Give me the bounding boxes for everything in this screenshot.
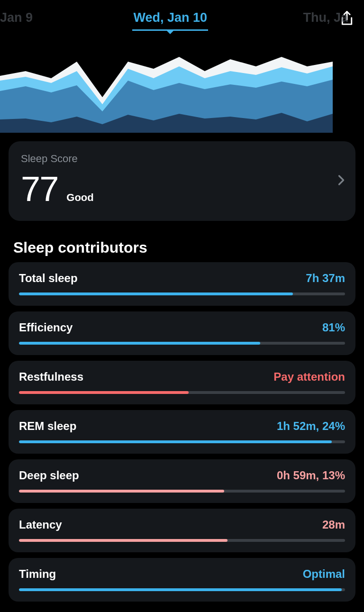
progress-track	[19, 391, 345, 394]
progress-fill	[19, 539, 228, 542]
contributor-row[interactable]: RestfulnessPay attention	[9, 361, 355, 404]
contributor-name: Efficiency	[19, 321, 73, 334]
score-value: 77	[21, 172, 58, 207]
progress-track	[19, 342, 345, 345]
progress-track	[19, 292, 345, 295]
contributor-name: Latency	[19, 518, 62, 531]
contributor-value: 1h 52m, 24%	[277, 420, 345, 433]
progress-fill	[19, 342, 260, 345]
contributor-value: 81%	[322, 321, 345, 334]
contributor-row[interactable]: Total sleep7h 37m	[9, 262, 355, 306]
contributor-value: Optimal	[303, 567, 345, 581]
date-tab-next[interactable]: Thu, Ja	[298, 10, 353, 31]
contributor-row[interactable]: Deep sleep0h 59m, 13%	[9, 459, 355, 503]
contributors-heading: Sleep contributors	[13, 239, 351, 256]
contributor-value: Pay attention	[273, 370, 345, 384]
score-label: Good	[66, 192, 93, 204]
contributors-list: Total sleep7h 37mEfficiency81%Restfulnes…	[0, 262, 364, 602]
sleep-score-card[interactable]: Sleep Score 77 Good	[9, 141, 355, 221]
contributor-name: Timing	[19, 567, 56, 581]
progress-fill	[19, 292, 293, 295]
progress-fill	[19, 440, 332, 443]
contributor-name: Deep sleep	[19, 469, 79, 482]
contributor-row[interactable]: Efficiency81%	[9, 311, 355, 355]
progress-fill	[19, 391, 189, 394]
contributor-name: Restfulness	[19, 370, 83, 384]
progress-fill	[19, 588, 342, 591]
date-tab-prev[interactable]: e, Jan 9	[0, 10, 37, 31]
chevron-right-icon	[337, 174, 345, 188]
contributor-row[interactable]: Latency28m	[9, 509, 355, 552]
contributor-row[interactable]: REM sleep1h 52m, 24%	[9, 410, 355, 454]
progress-fill	[19, 490, 224, 493]
contributor-value: 7h 37m	[306, 272, 345, 285]
contributor-value: 28m	[322, 518, 345, 531]
progress-track	[19, 588, 345, 591]
contributor-row[interactable]: TimingOptimal	[9, 558, 355, 602]
header-bar: e, Jan 9 Wed, Jan 10 Thu, Ja	[0, 0, 364, 33]
progress-track	[19, 440, 345, 443]
sleep-trend-chart	[0, 38, 364, 133]
contributor-name: Total sleep	[19, 272, 78, 285]
date-tab-current[interactable]: Wed, Jan 10	[128, 10, 212, 31]
contributor-value: 0h 59m, 13%	[277, 469, 345, 482]
score-title: Sleep Score	[21, 153, 343, 165]
contributor-name: REM sleep	[19, 420, 76, 433]
date-tabs: e, Jan 9 Wed, Jan 10 Thu, Ja	[0, 10, 338, 31]
progress-track	[19, 539, 345, 542]
progress-track	[19, 490, 345, 493]
